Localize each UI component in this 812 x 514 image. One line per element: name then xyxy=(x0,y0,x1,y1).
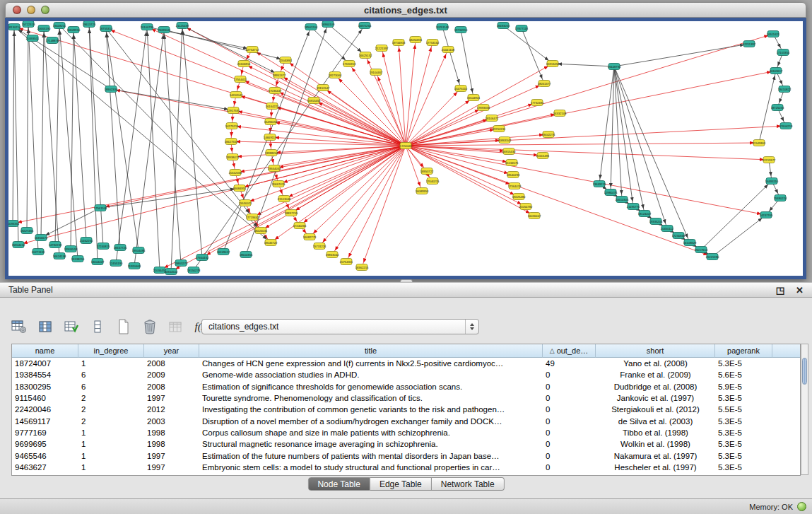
float-panel-icon[interactable]: ◳ xyxy=(776,286,784,295)
graph-edge[interactable] xyxy=(73,30,86,240)
graph-node[interactable]: 19448211 xyxy=(53,23,66,29)
graph-node[interactable]: 18755310 xyxy=(100,25,113,32)
graph-edge[interactable] xyxy=(41,28,44,238)
table-selector-dropdown[interactable]: citations_edges.txt xyxy=(201,319,479,334)
graph-node[interactable]: 20665190 xyxy=(37,25,51,32)
graph-node[interactable]: 19554033 xyxy=(268,165,281,172)
graph-node[interactable]: 16356672 xyxy=(35,235,48,241)
graph-edge[interactable] xyxy=(406,126,786,146)
graph-node[interactable]: 17103354 xyxy=(777,49,790,56)
graph-edge[interactable] xyxy=(182,25,202,257)
graph-edge[interactable] xyxy=(442,27,461,88)
graph-node[interactable]: 16915430 xyxy=(502,148,516,155)
graph-node[interactable]: 19104467 xyxy=(370,69,383,76)
tab-network-table[interactable]: Network Table xyxy=(432,477,505,491)
zoom-window-icon[interactable] xyxy=(41,6,49,14)
graph-node[interactable]: 20115493 xyxy=(536,153,550,159)
graph-node[interactable]: 12455190 xyxy=(110,260,123,267)
graph-node[interactable]: 15380224 xyxy=(774,195,787,201)
graph-node[interactable]: 15494052 xyxy=(264,119,278,125)
graph-node[interactable]: 17148876 xyxy=(46,37,59,44)
graph-node[interactable]: 18540293 xyxy=(507,172,520,178)
graph-edge[interactable] xyxy=(332,146,406,255)
graph-node[interactable]: 13004427 xyxy=(91,259,105,265)
graph-node[interactable]: 19151547 xyxy=(317,85,330,91)
graph-edge[interactable] xyxy=(503,25,553,64)
table-row[interactable]: 911546021997Tourette syndrome. Phenomeno… xyxy=(12,392,800,404)
graph-edge[interactable] xyxy=(160,146,406,270)
graph-node[interactable]: 18337725 xyxy=(114,245,127,251)
graph-node[interactable]: 17320913 xyxy=(343,61,356,67)
close-panel-icon[interactable]: ✕ xyxy=(796,286,804,295)
graph-node[interactable]: 21195776 xyxy=(627,204,640,210)
graph-node[interactable]: 17877118 xyxy=(515,25,529,32)
graph-edge[interactable] xyxy=(106,28,120,247)
graph-node[interactable]: 16036447 xyxy=(528,213,541,219)
graph-node[interactable]: 20441108 xyxy=(442,47,455,53)
network-canvas[interactable]: 1724043127547122240681417554411142020471… xyxy=(5,18,806,279)
graph-node[interactable]: 20251149 xyxy=(436,24,449,30)
graph-node[interactable]: 14782239 xyxy=(49,242,62,248)
graph-edge[interactable] xyxy=(231,141,406,146)
graph-node[interactable]: 19762231 xyxy=(493,126,506,132)
graph-node[interactable]: 18837705 xyxy=(285,210,298,216)
graph-node[interactable]: 20863342 xyxy=(498,137,512,144)
table-row[interactable]: 1456911722003Disruption of a novel membe… xyxy=(12,415,800,426)
graph-node[interactable]: 15913455 xyxy=(307,98,321,104)
graph-node[interactable]: 21221390 xyxy=(706,254,719,260)
graph-node[interactable]: 18902334 xyxy=(105,86,118,93)
graph-node[interactable]: 19083041 xyxy=(158,27,171,33)
graph-edge[interactable] xyxy=(406,146,433,181)
graph-node[interactable]: 13988204 xyxy=(265,150,278,156)
column-header-in_degree[interactable]: in_degree xyxy=(78,344,144,358)
column-visibility-icon[interactable] xyxy=(36,317,54,336)
graph-node[interactable]: 21221397 xyxy=(375,45,389,52)
graph-node[interactable]: 16684951 xyxy=(233,185,247,192)
graph-node[interactable]: 19448794 xyxy=(608,64,621,70)
graph-edge[interactable] xyxy=(406,107,483,146)
graph-node[interactable]: 19734910 xyxy=(454,27,468,33)
graph-node[interactable]: 18561204 xyxy=(305,24,318,30)
graph-edge[interactable] xyxy=(106,28,406,146)
window-titlebar[interactable]: citations_edges.txt xyxy=(5,2,806,18)
table-row[interactable]: 969969511998Structural magnetic resonanc… xyxy=(12,438,800,450)
rows-icon[interactable] xyxy=(88,317,107,336)
graph-edge[interactable] xyxy=(406,146,543,156)
table-row[interactable]: 1830029562008Estimation of significance … xyxy=(12,381,800,392)
graph-node[interactable]: 13669215 xyxy=(593,181,606,187)
graph-node[interactable]: 20100795 xyxy=(141,24,154,30)
graph-edge[interactable] xyxy=(300,146,406,226)
graph-node[interactable]: 12917591 xyxy=(227,107,240,114)
graph-node[interactable]: 16624158 xyxy=(53,253,66,259)
graph-node[interactable]: 13905518 xyxy=(64,246,78,252)
graph-node[interactable]: 15722319 xyxy=(22,21,35,28)
graph-edge[interactable] xyxy=(164,30,286,60)
graph-node[interactable]: 15530021 xyxy=(239,200,252,206)
graph-edge[interactable] xyxy=(406,40,416,146)
graph-node[interactable]: 15138216 xyxy=(71,256,85,262)
row-edit-icon[interactable] xyxy=(62,317,81,336)
graph-node[interactable]: 17640215 xyxy=(426,178,440,185)
table-row[interactable]: 2242004622012Investigating the contribut… xyxy=(12,404,800,415)
table-row[interactable]: 1872400712008Changes of HCN gene express… xyxy=(12,358,800,369)
graph-edge[interactable] xyxy=(712,215,766,257)
table-row[interactable]: 977716911998Corpus callosum shape and si… xyxy=(12,427,800,438)
graph-node[interactable]: 18051377 xyxy=(538,81,551,87)
graph-edge[interactable] xyxy=(27,24,28,230)
graph-node[interactable]: 18951377 xyxy=(273,72,286,78)
graph-edge[interactable] xyxy=(553,64,614,66)
graph-node[interactable]: 20754311 xyxy=(340,259,353,265)
import-table-icon[interactable] xyxy=(167,317,185,336)
graph-node[interactable]: 20303617 xyxy=(770,68,783,74)
graph-node[interactable]: 11920663 xyxy=(128,263,141,269)
table-mode-icon[interactable] xyxy=(10,317,28,336)
graph-node[interactable]: 12754712 xyxy=(246,47,259,53)
graph-node[interactable]: 15904412 xyxy=(12,242,25,248)
graph-node[interactable]: 18483053 xyxy=(497,23,510,29)
graph-node[interactable]: 20667415 xyxy=(272,181,286,187)
graph-node[interactable]: 18725033 xyxy=(771,105,784,111)
table-row[interactable]: 1938455462009Genome-wide association stu… xyxy=(12,369,800,380)
graph-edge[interactable] xyxy=(614,66,690,243)
column-header-out_degree[interactable]: △out_de… xyxy=(543,344,596,358)
graph-edge[interactable] xyxy=(406,143,759,146)
